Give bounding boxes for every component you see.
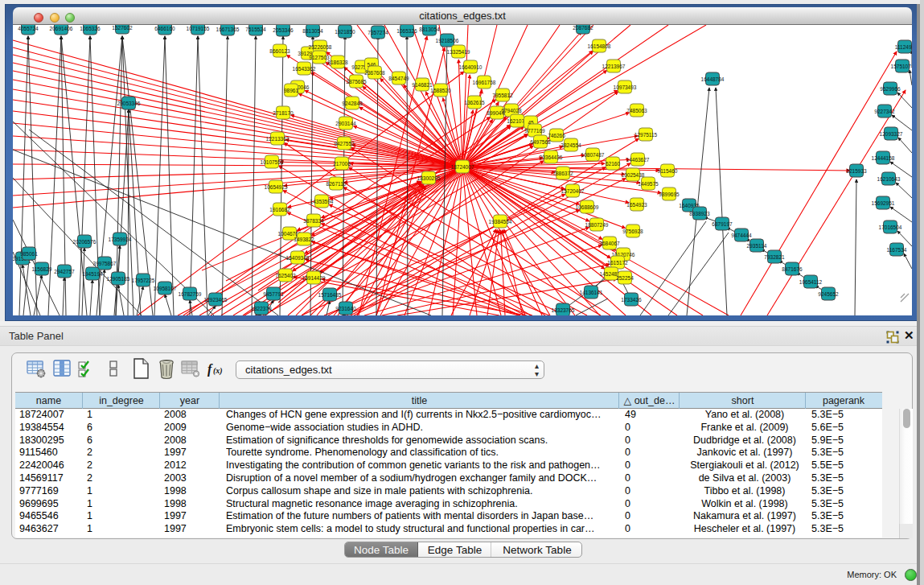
- svg-text:9529966: 9529966: [880, 86, 901, 92]
- svg-text:1615172: 1615172: [607, 260, 628, 266]
- svg-text:9457791: 9457791: [263, 291, 284, 297]
- svg-text:1362615: 1362615: [464, 100, 485, 105]
- svg-text:98961: 98961: [284, 88, 298, 93]
- svg-text:7485063: 7485063: [626, 108, 647, 113]
- svg-text:2935114: 2935114: [747, 243, 767, 249]
- svg-text:20691406: 20691406: [50, 26, 73, 31]
- svg-text:18807249: 18807249: [585, 222, 609, 228]
- svg-text:2903144: 2903144: [335, 121, 356, 126]
- svg-text:16448784: 16448784: [701, 76, 725, 82]
- svg-text:9777169: 9777169: [524, 128, 545, 134]
- svg-text:9127503: 9127503: [309, 55, 330, 60]
- svg-text:2942757: 2942757: [54, 269, 75, 274]
- svg-text:7886372: 7886372: [552, 171, 573, 176]
- svg-text:1654923: 1654923: [626, 202, 647, 208]
- svg-text:1822379: 1822379: [251, 306, 272, 311]
- svg-text:8215933: 8215933: [846, 168, 867, 174]
- svg-text:10719155: 10719155: [187, 26, 210, 31]
- svg-text:12905185: 12905185: [107, 276, 130, 282]
- svg-text:16640910: 16640910: [459, 64, 483, 70]
- svg-text:15751074: 15751074: [891, 64, 912, 69]
- svg-text:1156829: 1156829: [32, 266, 52, 272]
- svg-text:6466160: 6466160: [154, 26, 175, 31]
- svg-text:62160: 62160: [606, 161, 620, 167]
- svg-text:252254: 252254: [616, 275, 634, 281]
- svg-text:2718170: 2718170: [273, 110, 294, 116]
- svg-text:6879197: 6879197: [712, 221, 733, 227]
- svg-text:1065326: 1065326: [80, 26, 101, 31]
- svg-text:3824554: 3824554: [561, 142, 581, 148]
- svg-text:7625402: 7625402: [275, 273, 296, 278]
- svg-text:16210643: 16210643: [877, 176, 901, 182]
- svg-text:1065326: 1065326: [396, 28, 417, 34]
- svg-text:9245652: 9245652: [818, 291, 839, 297]
- svg-text:14136141: 14136141: [580, 290, 603, 295]
- svg-text:13325419: 13325419: [447, 49, 470, 55]
- svg-text:9242848: 9242848: [342, 101, 363, 106]
- svg-text:6794028: 6794028: [501, 108, 522, 113]
- svg-text:19384554: 19384554: [489, 219, 512, 225]
- svg-text:4055724: 4055724: [18, 26, 39, 31]
- svg-text:(x): (x): [213, 366, 223, 376]
- svg-text:9427552: 9427552: [334, 141, 355, 146]
- svg-text:1733426: 1733426: [621, 297, 642, 303]
- svg-text:1112495: 1112495: [895, 44, 912, 50]
- svg-text:1527602: 1527602: [112, 25, 133, 31]
- svg-text:17016504: 17016504: [879, 225, 902, 230]
- svg-text:12975115: 12975115: [634, 132, 658, 138]
- svg-text:17359924: 17359924: [109, 237, 132, 242]
- svg-text:10688609: 10688609: [576, 204, 599, 210]
- svg-text:10107553: 10107553: [261, 159, 284, 165]
- svg-text:1945194: 1945194: [82, 271, 103, 277]
- svg-text:7932821: 7932821: [764, 254, 785, 260]
- svg-text:29053346: 29053346: [117, 101, 141, 106]
- svg-text:9115460: 9115460: [658, 168, 678, 174]
- svg-text:9146821: 9146821: [412, 82, 433, 88]
- svg-text:9227342: 9227342: [874, 109, 895, 114]
- svg-text:16671365: 16671365: [216, 27, 240, 32]
- svg-text:8813054: 8813054: [302, 28, 323, 34]
- svg-text:1916682: 1916682: [269, 207, 290, 212]
- svg-text:8186328: 8186328: [327, 60, 348, 65]
- svg-text:2053346: 2053346: [273, 27, 294, 33]
- svg-text:9474444: 9474444: [731, 233, 752, 238]
- svg-text:15720407: 15720407: [561, 188, 585, 194]
- svg-text:3878334: 3878334: [303, 218, 324, 224]
- svg-text:10654112: 10654112: [799, 279, 823, 285]
- svg-text:18323765: 18323765: [552, 307, 575, 313]
- svg-text:12213967: 12213967: [602, 64, 626, 69]
- svg-text:1921850: 1921850: [335, 29, 355, 35]
- svg-text:2087682: 2087682: [573, 25, 593, 31]
- svg-text:8938923: 8938923: [689, 211, 710, 216]
- svg-text:6497568: 6497568: [530, 139, 551, 145]
- svg-text:3684067: 3684067: [599, 241, 620, 246]
- svg-text:7357274: 7357274: [368, 30, 388, 35]
- svg-text:16961758: 16961758: [473, 80, 496, 85]
- svg-text:12444158: 12444158: [872, 155, 895, 161]
- svg-text:8813054: 8813054: [419, 27, 440, 32]
- svg-text:15716485: 15716485: [318, 292, 342, 298]
- svg-text:16409348: 16409348: [286, 255, 310, 261]
- svg-text:9756928: 9756928: [622, 229, 643, 234]
- svg-text:8471676: 8471676: [782, 266, 803, 272]
- svg-text:8660123: 8660123: [269, 48, 290, 54]
- svg-text:16782759: 16782759: [179, 291, 202, 297]
- svg-text:18300295: 18300295: [417, 175, 441, 181]
- svg-text:746266: 746266: [548, 133, 565, 138]
- svg-text:1588520: 1588520: [430, 88, 451, 93]
- svg-text:985061: 985061: [20, 251, 38, 257]
- svg-text:1493822: 1493822: [294, 237, 314, 242]
- svg-text:17957225: 17957225: [132, 278, 155, 283]
- svg-text:39975867: 39975867: [93, 261, 117, 266]
- svg-text:10807487: 10807487: [581, 152, 605, 158]
- svg-text:16154808: 16154808: [588, 43, 611, 49]
- svg-text:7515524: 7515524: [245, 27, 266, 32]
- svg-text:15692951: 15692951: [872, 200, 895, 206]
- svg-text:18724007: 18724007: [451, 164, 474, 170]
- svg-text:217006: 217006: [333, 161, 351, 167]
- svg-text:8454749: 8454749: [388, 76, 409, 81]
- svg-text:16914429: 16914429: [302, 275, 326, 281]
- svg-text:12093327: 12093327: [880, 131, 903, 137]
- svg-text:20206576: 20206576: [73, 239, 97, 245]
- svg-text:2367608: 2367608: [364, 70, 385, 76]
